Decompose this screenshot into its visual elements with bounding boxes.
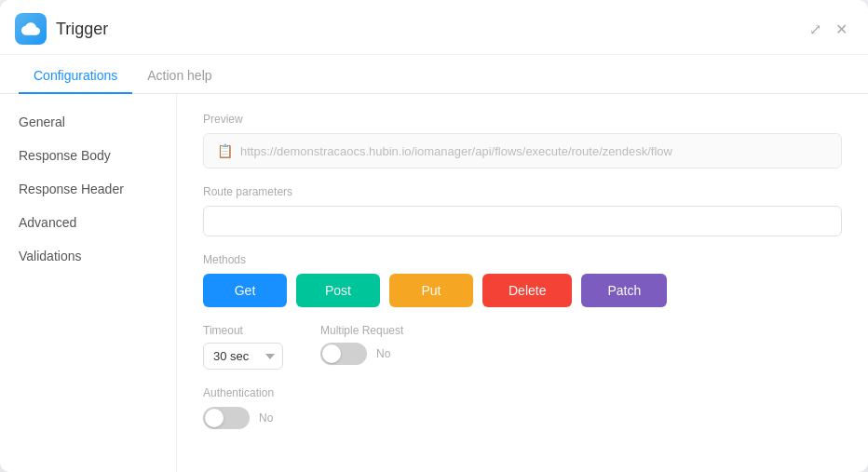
multiple-request-label: Multiple Request [320, 324, 403, 337]
authentication-section: Authentication No [203, 386, 842, 429]
sidebar-item-general[interactable]: General [0, 105, 176, 139]
copy-icon: 📋 [217, 143, 233, 158]
route-parameters-label: Route parameters [203, 185, 842, 198]
method-get-button[interactable]: Get [203, 274, 287, 307]
authentication-toggle-wrapper: No [203, 407, 842, 429]
multiple-request-toggle-wrapper: No [320, 343, 403, 365]
multiple-request-thumb [322, 344, 341, 363]
multiple-request-toggle[interactable] [320, 343, 367, 365]
app-icon [15, 13, 47, 45]
timeout-label: Timeout [203, 324, 283, 337]
title-left: Trigger [15, 13, 108, 45]
content-area: General Response Body Response Header Ad… [0, 94, 868, 472]
multiple-request-track [320, 343, 367, 365]
method-put-button[interactable]: Put [389, 274, 473, 307]
cloud-icon [21, 20, 40, 38]
methods-section: Methods Get Post Put Delete Patch [203, 253, 842, 307]
sidebar-item-response-body[interactable]: Response Body [0, 139, 176, 172]
options-row: Timeout 30 sec 10 sec 20 sec 60 sec 120 … [203, 324, 842, 370]
route-parameters-input[interactable] [203, 206, 842, 236]
sidebar: General Response Body Response Header Ad… [0, 94, 177, 472]
tab-action-help[interactable]: Action help [132, 55, 226, 94]
authentication-toggle[interactable] [203, 407, 250, 429]
window-title: Trigger [56, 20, 108, 39]
authentication-toggle-label: No [259, 411, 273, 425]
tabs-bar: Configurations Action help [0, 55, 868, 94]
expand-button[interactable]: ⤢ [807, 20, 823, 37]
preview-label: Preview [203, 113, 842, 126]
method-delete-button[interactable]: Delete [482, 274, 572, 307]
trigger-window: Trigger ⤢ ✕ Configurations Action help G… [0, 0, 868, 472]
method-post-button[interactable]: Post [296, 274, 380, 307]
preview-url: https://demonstracaocs.hubin.io/iomanage… [240, 144, 672, 158]
multiple-request-toggle-label: No [376, 347, 390, 360]
tab-configurations[interactable]: Configurations [19, 55, 132, 94]
preview-box: 📋 https://demonstracaocs.hubin.io/iomana… [203, 133, 842, 169]
sidebar-item-validations[interactable]: Validations [0, 239, 176, 273]
multiple-request-group: Multiple Request No [320, 324, 403, 365]
sidebar-item-response-header[interactable]: Response Header [0, 172, 176, 206]
sidebar-item-advanced[interactable]: Advanced [0, 206, 176, 239]
route-parameters-section: Route parameters [203, 185, 842, 236]
timeout-select[interactable]: 30 sec 10 sec 20 sec 60 sec 120 sec [203, 343, 283, 370]
main-panel: Preview 📋 https://demonstracaocs.hubin.i… [177, 94, 868, 472]
close-button[interactable]: ✕ [833, 20, 849, 37]
method-patch-button[interactable]: Patch [581, 274, 667, 307]
authentication-thumb [205, 409, 224, 427]
methods-row: Get Post Put Delete Patch [203, 274, 842, 307]
window-actions: ⤢ ✕ [807, 20, 849, 37]
title-bar: Trigger ⤢ ✕ [0, 0, 868, 55]
methods-label: Methods [203, 253, 842, 266]
authentication-label: Authentication [203, 386, 842, 399]
authentication-track [203, 407, 250, 429]
timeout-group: Timeout 30 sec 10 sec 20 sec 60 sec 120 … [203, 324, 283, 370]
